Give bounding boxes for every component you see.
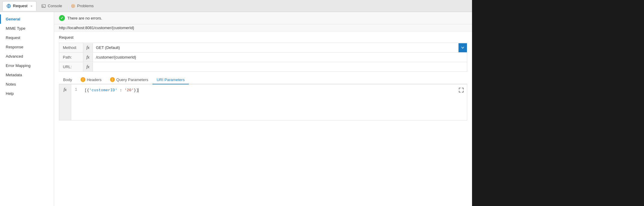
- status-url: http://localhost:8081/customer/{customer…: [54, 24, 472, 32]
- tab-problems-label: Problems: [77, 4, 94, 8]
- tab-problems[interactable]: Problems: [67, 1, 97, 11]
- request-section: Request Method: fx GET (Default): [54, 32, 472, 72]
- code-line-1: [{'customerID' : '20'}]: [84, 87, 455, 93]
- path-label: Path:: [59, 53, 83, 62]
- tab-request-label: Request: [13, 4, 27, 8]
- status-check-icon: ✓: [59, 15, 65, 21]
- method-row: Method: fx GET (Default): [59, 43, 467, 52]
- tab-console-label: Console: [48, 4, 62, 8]
- tab-bar: Request × Console Prob: [0, 0, 472, 12]
- tab-body[interactable]: Body: [59, 76, 76, 84]
- expand-button[interactable]: [458, 84, 467, 120]
- tab-uri-parameters[interactable]: URI Parameters: [152, 76, 189, 84]
- tab-close-icon[interactable]: ×: [30, 4, 32, 8]
- url-label: URL:: [59, 62, 83, 71]
- code-bracket-open: [{: [84, 88, 89, 92]
- url-fx-button[interactable]: fx: [83, 62, 93, 71]
- sidebar-item-mime-type[interactable]: MIME Type: [0, 24, 54, 33]
- code-editor-area: fx 1 [{'customerID' : '20'}]: [59, 84, 467, 120]
- line-numbers: 1: [75, 87, 81, 117]
- tab-headers[interactable]: ! Headers: [76, 75, 106, 84]
- sidebar-item-notes[interactable]: Notes: [0, 80, 54, 89]
- status-text: There are no errors.: [67, 16, 102, 20]
- tab-console[interactable]: Console: [38, 1, 66, 11]
- method-label: Method:: [59, 43, 83, 52]
- sidebar-item-response[interactable]: Response: [0, 42, 54, 52]
- section-title: Request: [59, 35, 467, 40]
- tab-request[interactable]: Request ×: [2, 1, 36, 11]
- inner-tabs-bar: Body ! Headers ! Query Parameters URI Pa…: [59, 75, 467, 84]
- sidebar-item-general[interactable]: General: [0, 14, 54, 24]
- code-cursor: [138, 88, 139, 92]
- code-key: 'customerID': [89, 88, 118, 92]
- tab-query-parameters[interactable]: ! Query Parameters: [106, 75, 152, 84]
- query-params-warning-icon: !: [110, 77, 115, 82]
- console-icon: [41, 4, 46, 8]
- globe-icon: [6, 4, 11, 8]
- path-value: /customer/{customerId}: [93, 53, 467, 61]
- method-select-wrapper: GET (Default): [93, 43, 467, 52]
- code-editor[interactable]: 1 [{'customerID' : '20'}]: [71, 84, 458, 120]
- sidebar-item-error-mapping[interactable]: Error Mapping: [0, 61, 54, 70]
- code-content: [{'customerID' : '20'}]: [84, 87, 455, 117]
- sidebar: General MIME Type Request Response Advan…: [0, 12, 54, 206]
- problems-icon: [71, 4, 75, 8]
- method-dropdown-button[interactable]: [458, 43, 467, 52]
- code-value: '20': [124, 88, 134, 92]
- sidebar-item-help[interactable]: Help: [0, 89, 54, 98]
- code-colon: :: [117, 88, 124, 92]
- sidebar-item-metadata[interactable]: Metadata: [0, 70, 54, 80]
- path-fx-button[interactable]: fx: [83, 53, 93, 62]
- code-bracket-close: }]: [134, 88, 139, 92]
- status-bar: ✓ There are no errors.: [54, 12, 472, 24]
- url-row: URL: fx: [59, 62, 467, 72]
- path-row: Path: fx /customer/{customerId}: [59, 52, 467, 62]
- code-fx-button[interactable]: fx: [59, 84, 71, 120]
- method-value: GET (Default): [93, 44, 458, 52]
- content-area: ✓ There are no errors. http://localhost:…: [54, 12, 472, 206]
- url-input[interactable]: [93, 63, 467, 71]
- headers-warning-icon: !: [81, 77, 85, 82]
- sidebar-item-advanced[interactable]: Advanced: [0, 52, 54, 61]
- sidebar-item-request[interactable]: Request: [0, 33, 54, 42]
- method-fx-button[interactable]: fx: [83, 43, 93, 52]
